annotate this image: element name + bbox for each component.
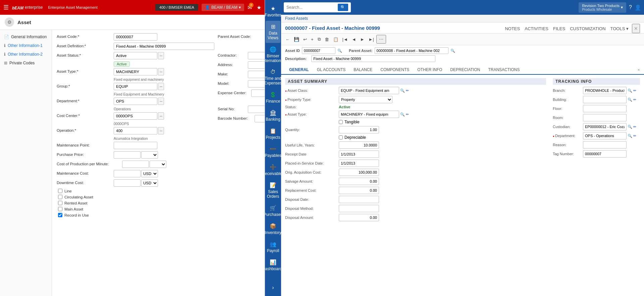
revision-badge[interactable]: Revision Two Products Products Wholesale…: [579, 2, 626, 13]
cost-center-ellipsis[interactable]: ···: [158, 112, 164, 120]
first-button[interactable]: |◄: [341, 36, 350, 43]
asset-class-search[interactable]: 🔍: [400, 88, 405, 93]
asset-class-input[interactable]: [339, 87, 399, 94]
tools-button[interactable]: TOOLS ▾: [609, 25, 630, 32]
notification-btn[interactable]: ✉ 8: [248, 4, 252, 11]
circulating-checkbox[interactable]: [58, 195, 62, 199]
main-asset-checkbox[interactable]: [58, 207, 62, 211]
branch-edit[interactable]: ✏: [633, 88, 636, 93]
cost-prod-input[interactable]: [122, 161, 149, 168]
undo-button[interactable]: ↩: [302, 36, 309, 43]
building-edit[interactable]: ✏: [633, 98, 636, 102]
nav-inventory[interactable]: 📦 Inventory: [266, 220, 280, 238]
cost-center-input[interactable]: [114, 112, 157, 120]
last-button[interactable]: ►|: [367, 36, 376, 43]
copy-button[interactable]: ⧉: [316, 36, 322, 43]
collapse-panel-btn[interactable]: ✕: [632, 24, 640, 33]
asset-status-input[interactable]: [114, 52, 157, 59]
maint-cost-currency[interactable]: USD: [141, 170, 158, 177]
branch-input[interactable]: [583, 87, 627, 94]
delete-button[interactable]: 🗑: [323, 36, 331, 43]
record-in-use-checkbox[interactable]: [58, 213, 62, 217]
department-ellipsis[interactable]: ···: [158, 98, 164, 105]
tab-components[interactable]: COMPONENTS: [376, 65, 413, 75]
orig-acq-input[interactable]: [339, 169, 379, 176]
activities-button[interactable]: ACTIVITIES: [523, 25, 550, 32]
tab-depreciation[interactable]: DEPRECIATION: [446, 65, 484, 75]
depreciable-checkbox[interactable]: [339, 135, 343, 139]
tracking-dept-edit[interactable]: ✏: [633, 134, 636, 138]
downtime-cost-currency[interactable]: USD: [141, 179, 158, 187]
tab-transactions[interactable]: TRANSACTIONS: [484, 65, 524, 75]
operation-ellipsis[interactable]: ···: [158, 127, 164, 134]
sidebar-item-private-codes[interactable]: ⊞ Private Codes: [0, 59, 52, 67]
replacement-input[interactable]: [339, 187, 379, 194]
nav-purchases[interactable]: 🛒 Purchases: [266, 202, 280, 220]
floor-input[interactable]: [583, 105, 627, 112]
cost-prod-currency[interactable]: [150, 161, 166, 168]
company-badge[interactable]: 400 / BIMSER EMEA: [155, 4, 198, 11]
building-search[interactable]: 🔍: [628, 98, 632, 102]
model-input[interactable]: [248, 80, 265, 87]
breadcrumb-link[interactable]: Fixed Assets: [285, 16, 308, 21]
asset-type-ellipsis[interactable]: ···: [158, 68, 164, 75]
custodian-search[interactable]: 🔍: [628, 125, 632, 129]
nav-projects[interactable]: 📋 Projects: [266, 125, 280, 142]
search-input[interactable]: [286, 5, 336, 10]
tracking-dept-input[interactable]: [583, 132, 627, 139]
rented-checkbox[interactable]: [58, 201, 62, 205]
useful-life-input[interactable]: [339, 141, 379, 149]
barcode-input[interactable]: [255, 115, 265, 122]
purchase-price-input[interactable]: [114, 151, 141, 159]
asset-type-detail-input[interactable]: [339, 111, 399, 118]
nav-data-views[interactable]: ⊞ Data Views: [266, 21, 280, 43]
tag-number-input[interactable]: [583, 150, 627, 158]
expand-arrow[interactable]: ›: [269, 282, 276, 293]
nav-receivables[interactable]: ➕ Receivables: [266, 161, 280, 179]
user-button[interactable]: 👤: [635, 4, 641, 11]
serial-no-input[interactable]: [248, 106, 265, 113]
sidebar-item-other1[interactable]: ℹ Other Information-1: [0, 41, 52, 50]
menu-icon[interactable]: ☰: [3, 4, 9, 11]
add-button[interactable]: +: [309, 36, 315, 43]
downtime-cost-input[interactable]: [114, 179, 141, 187]
prev-button[interactable]: ◄: [350, 36, 358, 43]
back-button[interactable]: ←: [284, 36, 291, 43]
nav-payroll[interactable]: 👥 Payroll: [266, 238, 280, 256]
parent-asset-input[interactable]: [375, 47, 448, 54]
building-input[interactable]: [583, 96, 627, 103]
line-checkbox[interactable]: [58, 189, 62, 193]
quantity-input[interactable]: [339, 126, 379, 133]
tracking-dept-search[interactable]: 🔍: [628, 134, 632, 138]
maint-point-input[interactable]: [114, 142, 157, 149]
asset-id-search[interactable]: 🔍: [337, 49, 342, 53]
search-button[interactable]: 🔍: [338, 4, 348, 11]
nav-bimser[interactable]: 🌐 Bimser International: [266, 44, 280, 66]
group-input[interactable]: [114, 83, 157, 90]
disposal-amount-input[interactable]: [339, 214, 379, 221]
custodian-edit[interactable]: ✏: [633, 125, 636, 129]
placed-in-service-input[interactable]: [339, 160, 379, 167]
custodian-input[interactable]: [583, 123, 627, 130]
nav-payables[interactable]: ➖ Payables: [266, 143, 280, 161]
notes-button[interactable]: NOTES: [503, 25, 521, 32]
asset-type-search[interactable]: 🔍: [400, 112, 405, 117]
receipt-date-input[interactable]: [339, 151, 379, 158]
user-badge[interactable]: 👤 BEAM / BEAM ▾: [202, 4, 244, 11]
help-button[interactable]: ?: [629, 4, 632, 10]
tab-general[interactable]: GENERAL: [285, 65, 313, 75]
nav-favorites[interactable]: ★ Favorites: [266, 3, 280, 20]
maint-cost-input[interactable]: [114, 170, 141, 177]
nav-sales-orders[interactable]: 📝 Sales Orders: [266, 179, 280, 201]
tab-close-btn[interactable]: ✕: [637, 68, 640, 72]
description-input[interactable]: [311, 55, 435, 62]
disposal-method-input[interactable]: [339, 205, 379, 212]
branch-search[interactable]: 🔍: [628, 88, 632, 93]
disposal-date-input[interactable]: [339, 196, 379, 203]
asset-class-edit[interactable]: ✏: [406, 88, 409, 93]
next-button[interactable]: ►: [359, 36, 366, 43]
asset-type-input[interactable]: [114, 68, 157, 75]
asset-code-input[interactable]: [114, 33, 157, 41]
asset-type-edit[interactable]: ✏: [406, 112, 409, 117]
tab-gl-accounts[interactable]: GL ACCOUNTS: [313, 65, 350, 75]
